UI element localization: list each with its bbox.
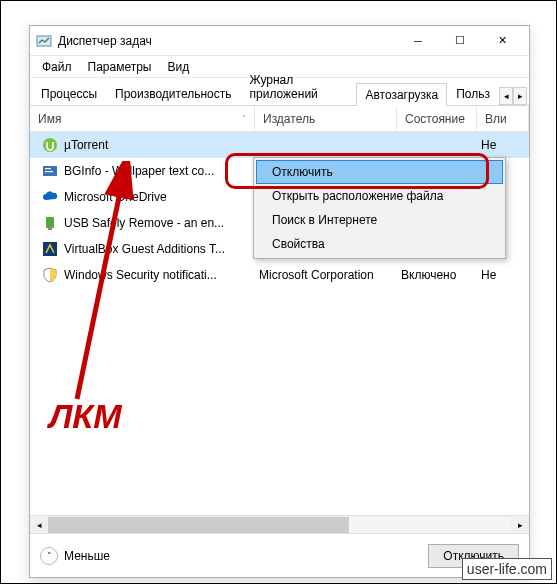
table-row[interactable]: Windows Security notificati... Microsoft… [30, 262, 529, 288]
chevron-up-icon[interactable]: ˄ [40, 547, 58, 565]
row-publisher: Microsoft Corporation [255, 268, 397, 282]
row-name: USB Safely Remove - an en... [64, 216, 255, 230]
tab-processes[interactable]: Процессы [32, 82, 106, 105]
ctx-disable[interactable]: Отключить [256, 160, 503, 184]
usb-remove-icon [42, 215, 58, 231]
onedrive-icon [42, 189, 58, 205]
virtualbox-icon [42, 241, 58, 257]
tabs: Процессы Производительность Журнал прило… [30, 78, 529, 106]
shield-icon [42, 267, 58, 283]
col-publisher[interactable]: Издатель [255, 106, 397, 131]
row-name: Windows Security notificati... [64, 268, 255, 282]
scroll-left-icon[interactable]: ◂ [30, 517, 48, 533]
tab-app-history[interactable]: Журнал приложений [241, 68, 357, 105]
scroll-track[interactable] [48, 517, 511, 533]
svg-rect-5 [46, 217, 54, 228]
horizontal-scrollbar[interactable]: ◂ ▸ [30, 515, 529, 533]
col-name[interactable]: Имя˄ [30, 106, 255, 131]
menu-file[interactable]: Файл [34, 58, 80, 76]
bginfo-icon [42, 163, 58, 179]
menu-view[interactable]: Вид [159, 58, 197, 76]
task-manager-window: Диспетчер задач ─ ☐ ✕ Файл Параметры Вид… [29, 25, 530, 578]
app-icon [36, 33, 52, 49]
row-impact: Не [477, 138, 529, 152]
utorrent-icon [42, 137, 58, 153]
col-impact[interactable]: Вли [477, 106, 529, 131]
watermark: user-life.com [462, 558, 552, 580]
scroll-thumb[interactable] [48, 517, 349, 533]
svg-rect-4 [45, 171, 53, 172]
svg-rect-6 [48, 227, 52, 230]
fewer-details[interactable]: Меньше [64, 549, 110, 563]
scroll-right-icon[interactable]: ▸ [511, 517, 529, 533]
menu-parameters[interactable]: Параметры [80, 58, 160, 76]
row-name: BGInfo - Wallpaper text co... [64, 164, 255, 178]
column-headers: Имя˄ Издатель Состояние Вли [30, 106, 529, 132]
sort-asc-icon: ˄ [242, 114, 246, 123]
context-menu: Отключить Открыть расположение файла Пои… [253, 157, 506, 259]
row-impact: Не [477, 268, 529, 282]
ctx-search-web[interactable]: Поиск в Интернете [256, 208, 503, 232]
window-title: Диспетчер задач [58, 34, 397, 48]
minimize-button[interactable]: ─ [397, 29, 439, 53]
tab-users[interactable]: Польз [447, 82, 499, 105]
footer: ˄ Меньше Отключить [30, 533, 529, 577]
tab-performance[interactable]: Производительность [106, 82, 240, 105]
ctx-open-location[interactable]: Открыть расположение файла [256, 184, 503, 208]
tab-startup[interactable]: Автозагрузка [356, 83, 447, 106]
table-row[interactable]: µTorrent Не [30, 132, 529, 158]
row-name: µTorrent [64, 138, 255, 152]
svg-rect-3 [45, 168, 51, 169]
ctx-properties[interactable]: Свойства [256, 232, 503, 256]
row-name: Microsoft OneDrive [64, 190, 255, 204]
tab-scroll-left-icon[interactable]: ◂ [499, 87, 513, 105]
row-state: Включено [397, 268, 477, 282]
titlebar: Диспетчер задач ─ ☐ ✕ [30, 26, 529, 56]
tab-scroll-right-icon[interactable]: ▸ [513, 87, 527, 105]
maximize-button[interactable]: ☐ [439, 29, 481, 53]
col-state[interactable]: Состояние [397, 106, 477, 131]
close-button[interactable]: ✕ [481, 29, 523, 53]
row-name: VirtualBox Guest Additions T... [64, 242, 255, 256]
